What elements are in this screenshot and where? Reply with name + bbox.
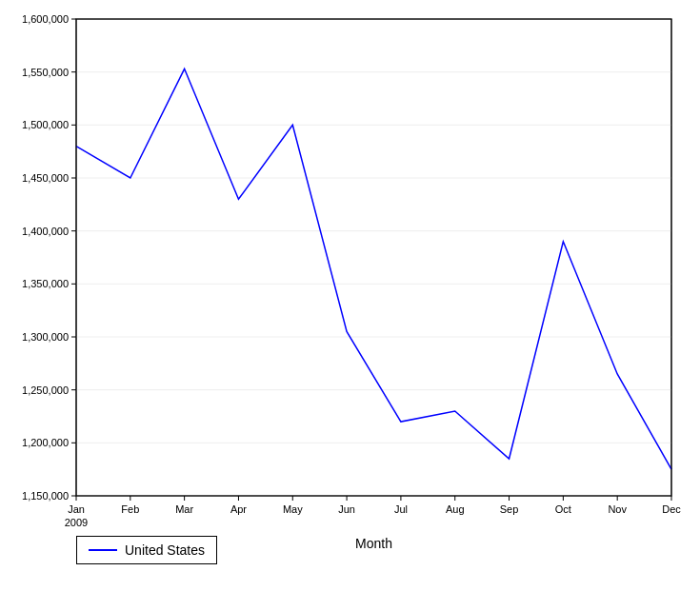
svg-text:1,550,000: 1,550,000	[22, 67, 69, 78]
svg-text:Jul: Jul	[394, 503, 408, 515]
svg-text:Apr: Apr	[230, 503, 247, 515]
svg-text:1,600,000: 1,600,000	[22, 13, 69, 25]
svg-text:2009: 2009	[65, 517, 88, 528]
chart-container: 1,150,0001,200,0001,250,0001,300,0001,35…	[0, 0, 700, 591]
svg-text:1,500,000: 1,500,000	[22, 119, 69, 130]
legend-box: United States	[76, 536, 217, 564]
svg-text:1,150,000: 1,150,000	[22, 490, 69, 502]
svg-text:Month: Month	[355, 536, 392, 551]
svg-text:1,200,000: 1,200,000	[22, 437, 69, 448]
svg-text:1,400,000: 1,400,000	[22, 226, 69, 237]
svg-text:Dec: Dec	[662, 503, 681, 515]
svg-text:Sep: Sep	[500, 503, 519, 515]
legend-line-icon	[89, 549, 117, 551]
svg-text:Mar: Mar	[175, 503, 193, 515]
svg-rect-0	[76, 19, 671, 496]
svg-text:Feb: Feb	[121, 503, 139, 515]
svg-text:1,300,000: 1,300,000	[22, 331, 69, 343]
svg-text:Aug: Aug	[446, 503, 465, 515]
svg-text:May: May	[283, 503, 303, 515]
svg-text:1,250,000: 1,250,000	[22, 384, 69, 396]
svg-text:Jan: Jan	[68, 503, 85, 515]
svg-text:Jun: Jun	[338, 503, 355, 515]
legend-label: United States	[125, 542, 205, 558]
svg-text:1,450,000: 1,450,000	[22, 172, 69, 184]
svg-text:Oct: Oct	[555, 503, 571, 515]
line-chart: 1,150,0001,200,0001,250,0001,300,0001,35…	[0, 0, 700, 591]
svg-text:1,350,000: 1,350,000	[22, 278, 69, 289]
svg-text:Nov: Nov	[608, 503, 627, 515]
